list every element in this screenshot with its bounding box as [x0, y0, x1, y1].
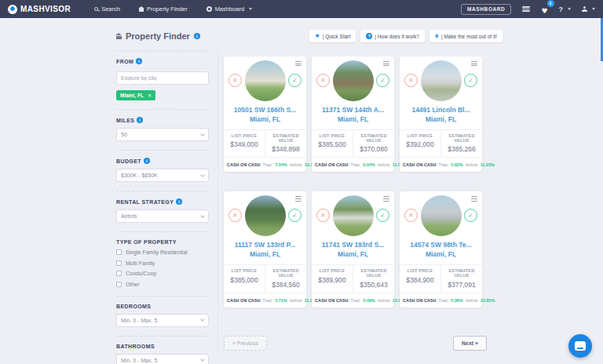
- rental-strategy-label: RENTAL STRATEGY: [116, 199, 174, 205]
- property-photo[interactable]: [333, 60, 374, 101]
- property-title-link[interactable]: 14491 Lincoln Bl... Miami, FL: [400, 106, 482, 125]
- property-city: Miami, FL: [224, 250, 306, 260]
- reject-button[interactable]: ✕: [404, 74, 418, 87]
- checkbox-multi-family[interactable]: Multi Family: [116, 260, 209, 266]
- card-menu-icon[interactable]: [471, 196, 477, 201]
- property-title-link[interactable]: 11371 SW 144th A... Miami, FL: [312, 106, 394, 125]
- city-search-input[interactable]: [116, 71, 209, 85]
- accept-button[interactable]: ✓: [464, 74, 477, 87]
- list-price-value: $389,900: [313, 276, 351, 284]
- price-row: LIST PRICE $389,900 ESTIMATED VALUE $350…: [312, 264, 394, 293]
- info-icon[interactable]: i: [136, 58, 142, 64]
- reject-button[interactable]: ✕: [316, 74, 330, 87]
- rental-strategy-value: Airbnb: [121, 213, 137, 219]
- trad-coc-value: 5.49%: [363, 298, 375, 303]
- airbnb-coc-value: 10.85%: [481, 298, 495, 303]
- card-menu-icon[interactable]: [295, 196, 302, 201]
- info-icon[interactable]: i: [144, 158, 150, 164]
- trad-label: Trad.: [438, 162, 448, 167]
- bathrooms-select[interactable]: Min. 0 - Max. 5: [116, 354, 209, 364]
- checkbox-condo-coop-label: Condo/Coop: [126, 271, 156, 276]
- chat-button[interactable]: [568, 334, 592, 358]
- page-title-wrap: Property Finder i: [116, 31, 200, 41]
- card-menu-icon[interactable]: [295, 61, 302, 66]
- estimated-value-value: $377,091: [443, 281, 481, 289]
- list-price-value: $385,000: [225, 276, 263, 284]
- bedrooms-select[interactable]: Min. 0 - Max. 5: [116, 314, 209, 327]
- property-title-link[interactable]: 10501 SW 166th S... Miami, FL: [224, 106, 306, 125]
- property-photo[interactable]: [421, 195, 462, 236]
- trad-coc-value: 5.71%: [275, 298, 287, 303]
- property-title-link[interactable]: 14574 SW 98th Te... Miami, FL: [400, 241, 482, 260]
- property-type-label-row: TYPE OF PROPERTY: [116, 239, 209, 245]
- card-menu-icon[interactable]: [383, 61, 389, 66]
- info-icon[interactable]: i: [176, 198, 182, 205]
- filter-group-bedrooms: BEDROOMS Min. 0 - Max. 5: [116, 296, 209, 336]
- quick-start-button[interactable]: ★ | Quick Start: [309, 30, 356, 42]
- list-price-label: LIST PRICE: [313, 268, 351, 273]
- property-photo[interactable]: [245, 60, 286, 101]
- property-photo[interactable]: [333, 195, 374, 236]
- next-button[interactable]: Next »: [453, 336, 487, 351]
- budget-select[interactable]: $300K - $650K: [116, 169, 209, 182]
- miles-select[interactable]: 50: [116, 128, 209, 141]
- estimated-value-cell: ESTIMATED VALUE $385,266: [441, 130, 482, 158]
- card-menu-icon[interactable]: [471, 61, 477, 66]
- how-does-it-work-button[interactable]: ? | How does it work?: [360, 30, 425, 42]
- mashvisor-logo[interactable]: MASHVISOR: [8, 5, 71, 14]
- make-the-most-button[interactable]: | Make the most out of it!: [429, 30, 502, 42]
- pagination: « Previous Next »: [224, 336, 487, 351]
- close-icon[interactable]: ✕: [148, 93, 152, 98]
- checkbox-multi-family-label: Multi Family: [126, 260, 155, 266]
- property-photo[interactable]: [421, 60, 462, 101]
- nav-links: Search Property Finder Mashboard: [94, 5, 252, 13]
- budget-label: BUDGET: [116, 158, 141, 164]
- property-card: ✕ ✓ 11371 SW 144th A... Miami, FL LIST P…: [312, 56, 394, 172]
- filter-group-bathrooms: BATHROOMS Min. 0 - Max. 5: [116, 336, 209, 364]
- saved-lists-icon[interactable]: [522, 6, 530, 12]
- list-price-cell: LIST PRICE $349,000: [224, 130, 265, 158]
- estimated-value-label: ESTIMATED VALUE: [267, 133, 305, 143]
- accept-button[interactable]: ✓: [288, 74, 302, 87]
- property-title-link[interactable]: 11117 SW 133rd P... Miami, FL: [224, 241, 306, 260]
- info-icon[interactable]: i: [137, 117, 143, 123]
- property-photo[interactable]: [245, 195, 286, 236]
- mashvisor-logo-icon: [8, 5, 17, 14]
- make-the-most-label: | Make the most out of it!: [441, 34, 497, 39]
- property-finder-icon: [139, 9, 144, 12]
- quick-start-label: | Quick Start: [323, 34, 351, 39]
- card-menu-icon[interactable]: [383, 196, 389, 201]
- coc-label: CASH ON CASH: [403, 162, 436, 167]
- accept-button[interactable]: ✓: [376, 74, 389, 87]
- trad-label: Trad.: [350, 298, 360, 303]
- mashboard-button[interactable]: MASHBOARD: [461, 4, 511, 15]
- property-title-link[interactable]: 11741 SW 193rd S... Miami, FL: [312, 241, 394, 260]
- from-label: FROM: [116, 59, 133, 64]
- list-price-label: LIST PRICE: [401, 133, 439, 138]
- property-address: 11741 SW 193rd S...: [312, 241, 394, 250]
- cash-on-cash-row: CASH ON CASH Trad. 5.49% Airbnb 10.91%: [312, 293, 394, 303]
- property-card: ✕ ✓ 11741 SW 193rd S... Miami, FL LIST P…: [312, 191, 394, 307]
- reject-button[interactable]: ✕: [228, 74, 242, 87]
- nav-item-property-finder[interactable]: Property Finder: [139, 5, 188, 13]
- city-tag[interactable]: Miami, FL ✕: [116, 90, 155, 100]
- previous-button[interactable]: « Previous: [224, 336, 267, 351]
- nav-item-search[interactable]: Search: [94, 5, 120, 13]
- checkbox-other[interactable]: Other: [116, 282, 209, 287]
- nav-item-mashboard[interactable]: Mashboard: [206, 5, 253, 13]
- help-menu[interactable]: ?: [559, 5, 572, 13]
- airbnb-label: Airbnb: [378, 298, 390, 303]
- property-address: 11371 SW 144th A...: [312, 106, 394, 115]
- checkbox-icon: [116, 282, 122, 287]
- checkbox-single-family[interactable]: Single Family Residential: [116, 249, 209, 255]
- chevron-down-icon: [200, 357, 205, 362]
- filters-sidebar: FROM i Miami, FL ✕ MILES i 50 BUDGET i $…: [116, 50, 209, 364]
- checkbox-condo-coop[interactable]: Condo/Coop: [116, 271, 209, 276]
- rental-strategy-label-row: RENTAL STRATEGY i: [116, 198, 209, 205]
- rental-strategy-select[interactable]: Airbnb: [116, 209, 209, 223]
- estimated-value-label: ESTIMATED VALUE: [267, 268, 305, 278]
- account-menu[interactable]: [582, 6, 595, 12]
- info-icon[interactable]: i: [194, 33, 200, 39]
- favorites-button[interactable]: ♥ 1: [541, 2, 547, 16]
- filter-group-rental-strategy: RENTAL STRATEGY i Airbnb: [116, 191, 209, 231]
